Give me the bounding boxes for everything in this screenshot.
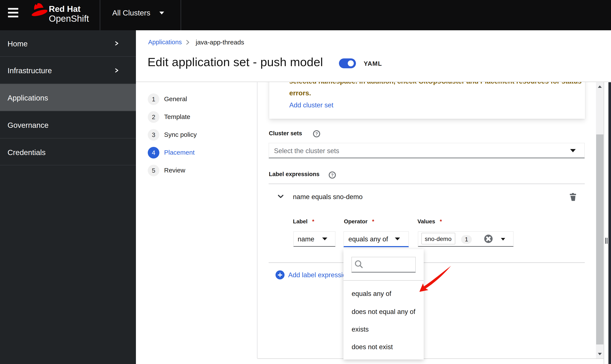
svg-text:?: ?	[315, 131, 318, 136]
svg-text:?: ?	[331, 173, 333, 177]
